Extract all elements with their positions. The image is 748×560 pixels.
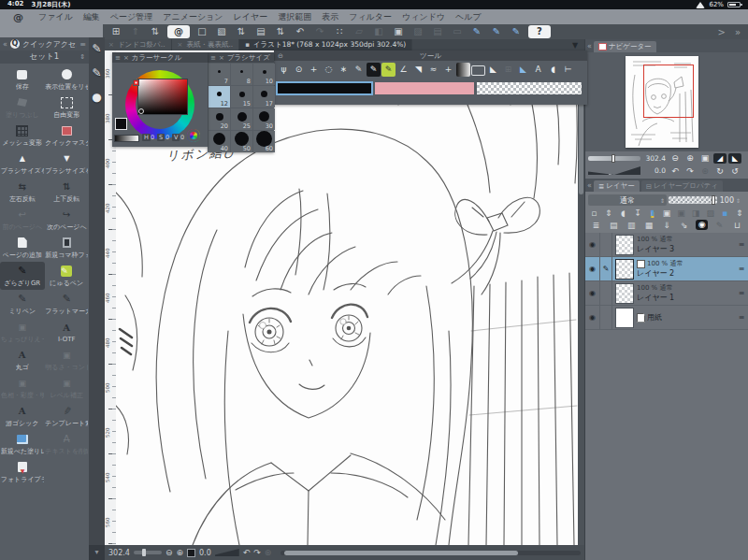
- thumbnail-stepper-icon[interactable]: ⇕: [603, 208, 615, 218]
- brush-size-cell[interactable]: 17: [253, 86, 275, 108]
- deselect-icon[interactable]: ∷: [332, 25, 347, 38]
- layer-row[interactable]: ◉ ✎ 100 % 通常 レイヤー 3 ≡: [585, 233, 748, 257]
- undo-icon[interactable]: ↶: [293, 25, 308, 38]
- sub-color-swatch[interactable]: [375, 82, 474, 94]
- quick-access-button[interactable]: テキストを削除: [45, 430, 90, 458]
- quick-access-button[interactable]: ミリペン: [0, 290, 45, 318]
- quick-access-button[interactable]: 自由変形: [45, 93, 90, 122]
- quick-access-button[interactable]: 新規コマ枠フォ..: [45, 234, 90, 262]
- layer-visibility-eye-icon[interactable]: ◉: [585, 306, 600, 329]
- rotation-slider[interactable]: [215, 549, 239, 556]
- quick-access-button[interactable]: ざらざりGR: [0, 262, 45, 290]
- quick-access-button[interactable]: テンプレート素..: [45, 402, 90, 430]
- set-stepper-icon[interactable]: ⇕: [79, 53, 85, 61]
- value-gradient-bar[interactable]: [114, 135, 139, 142]
- quick-access-button[interactable]: 色相・彩度・明..: [0, 374, 45, 402]
- minimize-icon[interactable]: ⊖: [278, 52, 283, 60]
- menu-item[interactable]: 選択範囲: [278, 11, 311, 23]
- paper-icon[interactable]: ▤: [253, 25, 268, 38]
- layer-visibility-eye-icon[interactable]: ◉: [585, 257, 600, 280]
- tab-navigator[interactable]: ナビゲーター: [594, 41, 656, 52]
- overflow-prev-icon[interactable]: >: [717, 27, 725, 37]
- navigator-thumbnail[interactable]: [626, 56, 698, 148]
- ruler-range-icon[interactable]: ▨: [704, 208, 716, 218]
- brush-size-cell[interactable]: 8: [231, 64, 252, 85]
- export-stepper-icon[interactable]: ⇅: [148, 25, 163, 38]
- layer-menu-icon[interactable]: ≡: [735, 289, 748, 297]
- menu-item[interactable]: レイヤー: [234, 11, 268, 23]
- palette-stepper-icon[interactable]: ⇕: [733, 208, 745, 218]
- fit-to-screen-icon[interactable]: ▣: [698, 153, 712, 164]
- ruler-tool-icon[interactable]: ◣: [516, 63, 530, 77]
- quick-access-set-dropdown[interactable]: セット1 ⇕: [0, 50, 89, 64]
- quick-access-button[interactable]: にゅるペン: [45, 262, 90, 290]
- lock-layer-icon[interactable]: ▣: [661, 208, 673, 218]
- open-stepper-icon[interactable]: ⇅: [234, 25, 249, 38]
- export-icon[interactable]: ⇑: [128, 25, 143, 38]
- edge-pen-icon[interactable]: ✎: [89, 37, 105, 62]
- quick-access-button[interactable]: 明るさ・コント..: [45, 346, 90, 374]
- menu-item[interactable]: アニメーション: [163, 11, 223, 23]
- saturation-value-square[interactable]: [137, 79, 188, 115]
- enable-mask-icon[interactable]: ◨: [690, 208, 702, 218]
- palette-color-icon[interactable]: ▪: [719, 208, 731, 218]
- panel-menu-icon[interactable]: ≡: [115, 54, 121, 62]
- figure-tool-icon[interactable]: [471, 65, 485, 76]
- menu-item[interactable]: ヘルプ: [455, 11, 482, 23]
- marker-tool-icon[interactable]: ✎: [381, 63, 396, 77]
- layer-stack-icon[interactable]: ≣: [590, 221, 602, 230]
- quick-access-button[interactable]: 左右反転: [0, 178, 45, 206]
- zoom-out-icon[interactable]: ⊖: [669, 153, 682, 164]
- stylus-pen-icon[interactable]: ✎: [469, 25, 484, 38]
- delete-layer-icon[interactable]: ⊔: [731, 221, 743, 230]
- quick-access-button[interactable]: 塗りつぶし: [0, 93, 45, 122]
- navigator-rotation-slider[interactable]: [588, 166, 640, 175]
- collapse-icon[interactable]: «: [3, 40, 7, 49]
- main-color-swatch[interactable]: [115, 118, 127, 130]
- layer-thumbnail[interactable]: [615, 235, 634, 255]
- gradient-tool-icon[interactable]: [456, 63, 470, 77]
- rotate-left-icon[interactable]: ↶: [669, 166, 682, 176]
- reset-rotation-icon[interactable]: ⊛: [265, 548, 272, 557]
- collapse-icon[interactable]: «: [587, 42, 592, 50]
- color-wheel-mode-icon[interactable]: [187, 129, 200, 142]
- decoration-tool-icon[interactable]: +: [441, 63, 455, 77]
- opacity-stepper-icon[interactable]: ⇕: [736, 197, 741, 204]
- line-tool-icon[interactable]: ⊢: [561, 63, 575, 77]
- brush-size-cell[interactable]: 50: [231, 131, 252, 152]
- layer-thumbnail[interactable]: [615, 308, 634, 328]
- layer-thumbnail[interactable]: [615, 283, 634, 304]
- main-color-swatch[interactable]: [277, 82, 372, 94]
- stylus-pen-2-icon[interactable]: ✎: [489, 25, 504, 38]
- quick-access-button[interactable]: ブラシサイズを..: [0, 150, 45, 178]
- redo-icon[interactable]: ↷: [312, 25, 327, 38]
- pan-tool-icon[interactable]: ψ: [277, 63, 291, 77]
- clip-to-layer-icon[interactable]: ↧: [632, 208, 644, 218]
- navigator-view-rectangle[interactable]: [643, 65, 694, 118]
- layer-menu-icon[interactable]: ≡: [735, 240, 748, 249]
- help-button[interactable]: ?: [528, 25, 551, 38]
- csp-logo-icon[interactable]: @: [13, 11, 23, 23]
- brush-tool-icon[interactable]: ∠: [396, 63, 410, 77]
- marquee-icon[interactable]: ▭: [450, 25, 465, 38]
- edge-collapse-icon[interactable]: ▾: [89, 545, 105, 560]
- pen-tool-icon[interactable]: ✎: [367, 63, 381, 77]
- quick-access-button[interactable]: 新規べた塗りレ..: [0, 430, 45, 458]
- menu-item[interactable]: ページ管理: [110, 11, 152, 23]
- rotate-view-tool-icon[interactable]: ⊙: [292, 63, 306, 77]
- edge-color-blob-icon[interactable]: ●: [89, 86, 105, 110]
- new-vector-layer-icon[interactable]: ▥: [626, 221, 638, 230]
- layer-visibility-eye-icon[interactable]: ◉: [585, 233, 600, 256]
- edge-pen-settings-icon[interactable]: ✎: [89, 62, 105, 86]
- quick-access-button[interactable]: メッシュ変形: [0, 122, 45, 150]
- brush-size-cell[interactable]: 25: [231, 108, 252, 130]
- quick-access-button[interactable]: ちょっぴりえっ..: [0, 318, 45, 346]
- close-icon[interactable]: ×: [123, 54, 129, 62]
- crop-frame-icon[interactable]: ▣: [391, 25, 406, 38]
- quick-access-button[interactable]: 次のページへ: [45, 206, 90, 234]
- blend-icon[interactable]: ◧: [371, 25, 386, 38]
- transparent-color-swatch[interactable]: [477, 82, 582, 94]
- brush-size-cell[interactable]: 20: [209, 108, 230, 130]
- quick-access-button[interactable]: フラットマーカー: [45, 290, 90, 318]
- zoom-in-icon[interactable]: ⊕: [176, 548, 183, 557]
